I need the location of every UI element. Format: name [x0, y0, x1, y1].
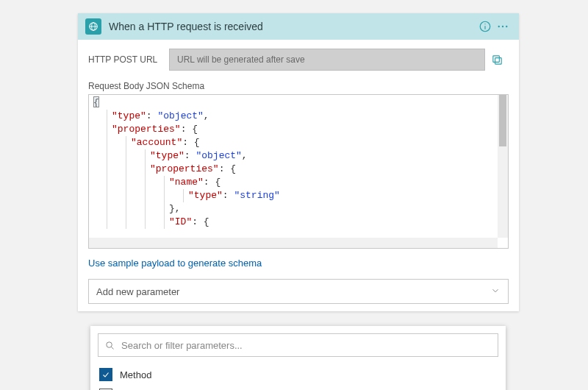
- checkbox[interactable]: [99, 368, 112, 381]
- svg-point-6: [498, 26, 500, 27]
- vertical-scrollbar[interactable]: [498, 95, 508, 238]
- card-header: When a HTTP request is received: [78, 13, 519, 40]
- svg-rect-10: [492, 55, 499, 62]
- json-schema-editor[interactable]: {"type": "object","properties": {"accoun…: [88, 94, 509, 249]
- add-parameter-dropdown[interactable]: Add new parameter: [88, 279, 509, 304]
- editor-cursor: [93, 96, 99, 107]
- chevron-down-icon: [490, 286, 501, 298]
- parameter-option[interactable]: Method: [95, 364, 501, 385]
- schema-code[interactable]: {"type": "object","properties": {"accoun…: [89, 95, 508, 230]
- use-sample-payload-link[interactable]: Use sample payload to generate schema: [88, 258, 262, 269]
- parameter-option[interactable]: Relative path: [95, 385, 501, 390]
- svg-point-8: [506, 26, 507, 27]
- svg-point-7: [502, 26, 503, 27]
- horizontal-scrollbar[interactable]: [89, 238, 498, 248]
- card-title: When a HTTP request is received: [109, 21, 476, 32]
- ellipsis-icon[interactable]: [494, 18, 512, 35]
- add-parameter-label: Add new parameter: [96, 286, 179, 297]
- svg-point-5: [484, 24, 485, 24]
- parameter-dropdown-panel: MethodRelative path: [90, 326, 506, 390]
- copy-icon[interactable]: [485, 49, 509, 71]
- schema-label: Request Body JSON Schema: [88, 81, 509, 91]
- svg-rect-9: [495, 57, 501, 64]
- info-icon[interactable]: [476, 18, 494, 35]
- parameter-search-box[interactable]: [98, 333, 498, 357]
- option-label: Method: [120, 369, 151, 380]
- url-row: HTTP POST URL URL will be generated afte…: [88, 49, 509, 71]
- card-body: HTTP POST URL URL will be generated afte…: [78, 40, 519, 311]
- url-label: HTTP POST URL: [88, 54, 169, 65]
- svg-point-11: [107, 341, 112, 347]
- search-icon: [104, 340, 115, 351]
- scrollbar-thumb[interactable]: [499, 95, 506, 146]
- http-request-icon: [85, 18, 101, 35]
- url-readonly-field: URL will be generated after save: [169, 49, 485, 71]
- svg-line-12: [111, 347, 113, 349]
- parameter-search-input[interactable]: [121, 340, 492, 351]
- trigger-card: When a HTTP request is received HTTP POS…: [78, 13, 519, 311]
